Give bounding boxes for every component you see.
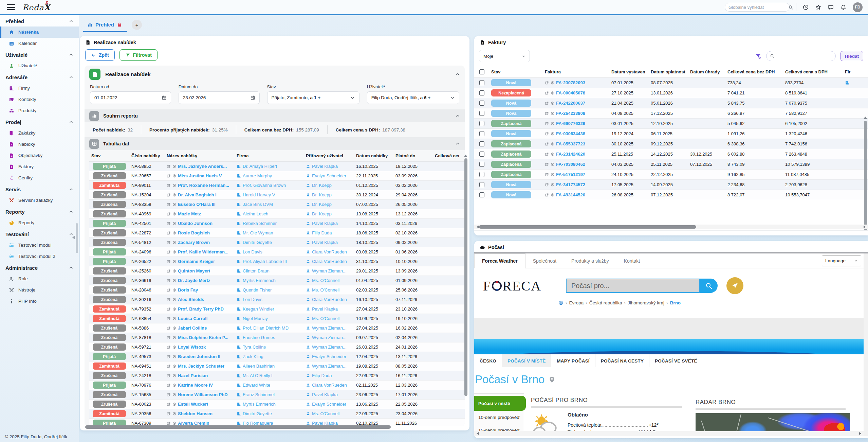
target-icon[interactable] [172,212,177,216]
target-icon[interactable] [551,142,555,146]
user-link[interactable]: Dr. Koepp [312,183,332,188]
target-icon[interactable] [172,164,177,169]
row-checkbox[interactable] [479,131,484,136]
table-section-header[interactable]: Tabulka dat [85,137,465,150]
target-icon[interactable] [172,269,177,273]
scrollbar-arrow-right[interactable] [864,226,867,228]
user-link[interactable]: Pavel Klapka [312,221,338,226]
row-checkbox[interactable] [479,111,484,116]
sidebar-section-uživatelé[interactable]: Uživatelé [0,49,79,60]
tab-prehled[interactable]: Přehled [83,19,127,32]
company-link[interactable]: Dimitri Goyette [243,411,272,416]
sidebar-item-firmy[interactable]: Firmy [0,83,79,94]
breadcrumb-item[interactable]: Česká republika [589,300,622,305]
foreca-nav-foreca-weather[interactable]: Foreca Weather [474,253,525,268]
offer-link[interactable]: Loyal Wisozk [178,344,206,350]
target-icon[interactable] [172,336,177,340]
date-from-input[interactable]: 01.01.2022 [90,91,171,104]
target-icon[interactable] [172,345,177,349]
external-link-icon[interactable] [545,152,549,156]
column-header[interactable]: Číslo nabídky [129,153,165,158]
sidebar-item-nabídky[interactable]: Nabídky [0,139,79,150]
company-link[interactable]: Tyra Collins [243,344,266,350]
sidebar-item-testovací-modul-2[interactable]: Testovací modul 2 [0,251,79,262]
history-clock-icon[interactable] [802,4,809,11]
company-link[interactable]: Jace Bins DVM [243,202,273,207]
page-next-icon[interactable] [850,235,854,236]
scrollbar-arrow-up[interactable] [464,153,467,157]
weather-menu-item[interactable]: 10-denní předpověď [474,411,524,424]
external-link-icon[interactable] [545,173,549,177]
external-link-icon[interactable] [545,111,549,116]
chevron-up-icon[interactable] [455,113,460,118]
column-header[interactable]: Přiřazený uživatel [304,153,354,158]
user-link[interactable]: Clara VonRueden [312,383,347,388]
target-icon[interactable] [551,193,555,197]
target-icon[interactable] [551,111,555,116]
offer-link[interactable]: Germaine Kreiger [178,259,215,264]
target-icon[interactable] [172,174,177,178]
user-link[interactable]: Clara VonRueden [312,249,347,254]
row-checkbox[interactable] [479,182,484,187]
foreca-nav-produkty-a-služby[interactable]: Produkty a služby [564,253,616,268]
horizontal-scrollbar[interactable] [85,425,391,429]
sidebar-item-reporty[interactable]: Reporty [0,217,79,228]
sidebar-item-php-info[interactable]: PHP Info [0,296,79,307]
offer-link[interactable]: Hazel Parisian [178,373,208,378]
external-link-icon[interactable] [167,307,171,311]
user-link[interactable]: Evalyn Schneider [312,173,346,178]
row-checkbox[interactable] [479,192,484,197]
company-link[interactable]: Flo Romaguera [243,421,273,426]
weather-tab[interactable]: POČASÍ V MÍSTĚ [502,354,551,367]
user-link[interactable]: Ms. O'Connell [312,287,339,293]
target-icon[interactable] [551,162,555,166]
offer-link[interactable]: Mrs. Jacklyn Schuster [178,364,224,369]
offer-link[interactable]: Boris Fay [178,287,198,293]
widget-scroll-right-icon[interactable] [859,432,863,435]
vertical-scrollbar[interactable] [864,121,867,232]
external-link-icon[interactable] [167,288,171,292]
invoice-link[interactable]: FA-000405078 [556,90,585,95]
target-icon[interactable] [172,193,177,197]
target-icon[interactable] [551,101,555,105]
row-checkbox[interactable] [479,141,484,146]
company-link[interactable]: Prof. Aliyah Labadie III [243,259,287,264]
sidebar-section-reporty[interactable]: Reporty [0,206,79,217]
company-link[interactable]: Aurore Murphy [243,173,272,178]
target-icon[interactable] [172,393,177,397]
offer-link[interactable]: Alec Shields [178,297,204,302]
scrollbar-arrow-up[interactable] [864,115,867,119]
sidebar-item-uživatelé[interactable]: Uživatelé [0,60,79,71]
company-link[interactable]: Harold Harvey V [243,192,275,197]
sidebar-item-ceníky[interactable]: $Ceníky [0,172,79,183]
company-link[interactable]: Prof. Giovanna Brown [243,183,286,188]
user-link[interactable]: Pavel Klapka [312,392,338,397]
external-link-icon[interactable] [545,183,549,187]
breadcrumb-item[interactable]: Jihomoravský kraj [628,300,664,305]
sidebar-item-faktury[interactable]: $Faktury [0,161,79,172]
offer-link[interactable]: Katrine Moore IV [178,383,213,388]
company-link[interactable]: Myrtis Emmerich [243,278,276,283]
company-link[interactable]: Dr. Amaya Hilpert [243,164,277,169]
sidebar-item-kalendář[interactable]: Kalendář [0,38,79,49]
foreca-nav-společnost[interactable]: Společnost [525,253,564,268]
chevron-up-icon[interactable] [455,141,460,146]
invoice-link[interactable]: FA-690776326 [556,121,585,126]
target-icon[interactable] [172,402,177,406]
row-checkbox[interactable] [479,80,484,85]
sidebar-section-adresáře[interactable]: Adresáře [0,71,79,83]
user-link[interactable]: Pavel Klapka [312,240,338,245]
offer-link[interactable]: Eusebio O'Hara III [178,202,216,207]
offer-link[interactable]: Sheldon Hansen [178,411,213,416]
external-link-icon[interactable] [545,193,549,197]
sidebar-section-administrace[interactable]: Administrace [0,262,79,273]
company-link[interactable]: Prof. Dillan Dietrich MD [243,325,289,331]
sidebar-section-servis[interactable]: Servis [0,183,79,195]
weather-search-field[interactable] [566,279,700,293]
offer-link[interactable]: Prof. Brady Terry PhD [178,306,224,312]
user-link[interactable]: Clara VonRueden [312,297,347,302]
external-link-icon[interactable] [167,326,171,330]
row-checkbox[interactable] [479,152,484,157]
offer-link[interactable]: Mrs. Jazmyne Anders... [178,164,227,169]
external-link-icon[interactable] [167,298,171,302]
